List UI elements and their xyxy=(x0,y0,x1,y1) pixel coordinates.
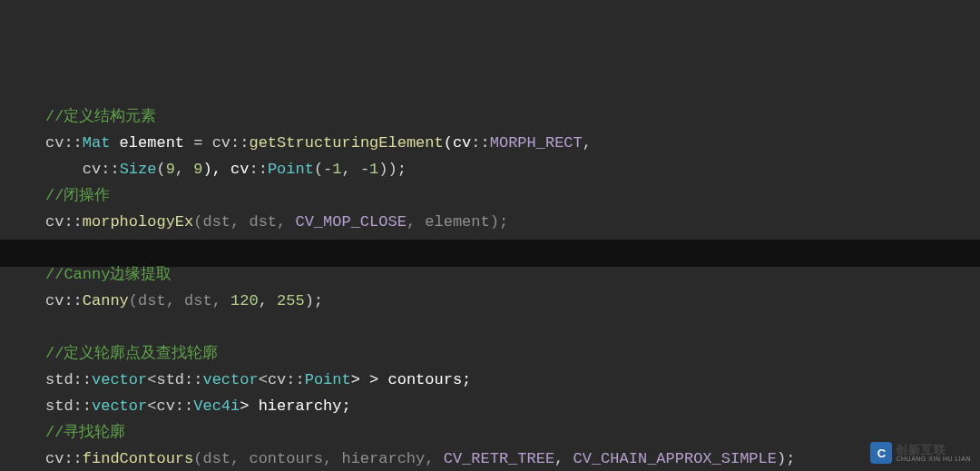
comment: //寻找轮廓 xyxy=(45,424,125,441)
logo-sub-text: CHUANG XIN HU LIAN xyxy=(896,456,971,462)
token-fn: morphologyEx xyxy=(83,213,193,231)
token-op: :: xyxy=(286,371,304,388)
token-op: :: xyxy=(471,134,489,152)
token-ns: cv xyxy=(268,371,286,388)
token-num: 255 xyxy=(277,292,305,309)
token-op: :: xyxy=(64,134,82,152)
code-line: cv::findContours(dst, contours, hierarch… xyxy=(45,446,980,471)
token-param: , element); xyxy=(407,213,508,231)
token-op: :: xyxy=(175,397,193,415)
token-op: :: xyxy=(230,134,249,152)
token-type: Point xyxy=(268,161,314,178)
token-type: vector xyxy=(92,371,147,388)
token-op: ); xyxy=(777,450,795,467)
token-op: < xyxy=(259,371,268,388)
token-type: Vec4i xyxy=(193,397,240,415)
token-kw: > hierarchy; xyxy=(240,397,350,415)
token-op: :: xyxy=(74,397,92,415)
token-op: :: xyxy=(184,371,202,388)
token-op: :: xyxy=(101,161,119,178)
code-line: cv::Size(9, 9), cv::Point(-1, -1)); xyxy=(45,156,980,182)
code-line: cv::Mat element = cv::getStructuringElem… xyxy=(45,130,980,156)
token-op: :: xyxy=(249,161,267,178)
code-line: //闭操作 xyxy=(45,182,980,209)
token-op: , xyxy=(554,450,573,467)
code-editor: //定义结构元素cv::Mat element = cv::getStructu… xyxy=(0,0,980,471)
token-macro: CV_CHAIN_APPROX_SIMPLE xyxy=(573,450,777,467)
token-param: (dst, dst, xyxy=(193,213,295,231)
code-block: //定义结构元素cv::Mat element = cv::getStructu… xyxy=(45,103,980,471)
token-fn: findContours xyxy=(83,450,193,467)
code-line: //定义轮廓点及查找轮廓 xyxy=(45,340,980,367)
token-macro: CV_MOP_CLOSE xyxy=(295,213,406,231)
token-ns: cv xyxy=(202,134,230,152)
token-num: 1 xyxy=(332,161,341,178)
token-ns: cv xyxy=(45,134,64,152)
token-op: ); xyxy=(305,292,323,309)
token-op: = xyxy=(193,134,202,152)
token-num: 1 xyxy=(369,161,378,178)
token-ns: cv xyxy=(83,161,101,178)
token-kw: > > contours; xyxy=(351,371,472,388)
token-ns: cv xyxy=(45,213,64,231)
token-op: , xyxy=(259,292,277,309)
token-op: )); xyxy=(378,161,407,178)
token-type: Point xyxy=(305,371,351,388)
token-op: :: xyxy=(64,292,82,309)
token-ns: std xyxy=(156,371,184,388)
comment: //闭操作 xyxy=(45,187,110,204)
token-ns: cv xyxy=(45,450,64,467)
code-line: //Canny边缘提取 xyxy=(45,261,980,288)
token-op: , - xyxy=(342,161,370,178)
token-type: Mat xyxy=(83,134,111,152)
token-kw: (cv xyxy=(444,134,472,152)
logo-badge-letter: C xyxy=(877,440,886,466)
code-line xyxy=(45,235,980,261)
token-op: < xyxy=(147,371,156,388)
token-num: 120 xyxy=(230,292,259,309)
token-ns: cv xyxy=(45,292,64,309)
token-ns: std xyxy=(45,371,74,388)
comment: //定义结构元素 xyxy=(45,108,156,125)
watermark-logo: C 创新互联 CHUANG XIN HU LIAN xyxy=(870,442,971,464)
token-op: :: xyxy=(64,213,82,231)
token-op: , xyxy=(175,161,193,178)
token-macro: CV_RETR_TREE xyxy=(444,450,554,467)
token-type: Size xyxy=(120,161,157,178)
token-kw: ), cv xyxy=(202,161,249,178)
token-op: (- xyxy=(314,161,332,178)
code-line: //寻找轮廓 xyxy=(45,419,980,446)
token-type: vector xyxy=(202,371,258,388)
token-ns: cv xyxy=(156,397,174,415)
logo-badge-icon: C xyxy=(870,442,892,464)
logo-main-text: 创新互联 xyxy=(896,444,971,456)
token-op: ( xyxy=(156,161,165,178)
token-type: vector xyxy=(92,397,147,415)
token-param: (dst, dst, xyxy=(129,292,230,309)
code-line xyxy=(45,314,980,340)
token-num: 9 xyxy=(193,161,202,178)
logo-text: 创新互联 CHUANG XIN HU LIAN xyxy=(896,444,971,462)
token-macro: MORPH_RECT xyxy=(490,134,583,152)
token-ns: std xyxy=(45,397,74,415)
token-fn: Canny xyxy=(83,292,129,309)
comment: //定义轮廓点及查找轮廓 xyxy=(45,345,218,362)
comment: //Canny边缘提取 xyxy=(45,266,172,283)
token-op: :: xyxy=(74,371,92,388)
token-kw: element xyxy=(110,134,193,152)
token-op: :: xyxy=(64,450,82,467)
code-line: std::vector<std::vector<cv::Point> > con… xyxy=(45,367,980,393)
token-fn: getStructuringElement xyxy=(249,134,443,152)
token-num: 9 xyxy=(166,161,175,178)
code-line: cv::morphologyEx(dst, dst, CV_MOP_CLOSE,… xyxy=(45,209,980,235)
token-op: , xyxy=(583,134,592,152)
code-line: //定义结构元素 xyxy=(45,103,980,130)
token-op: < xyxy=(147,397,156,415)
code-line: std::vector<cv::Vec4i> hierarchy; xyxy=(45,393,980,419)
code-line: cv::Canny(dst, dst, 120, 255); xyxy=(45,288,980,314)
token-param: (dst, contours, hierarchy, xyxy=(193,450,443,467)
